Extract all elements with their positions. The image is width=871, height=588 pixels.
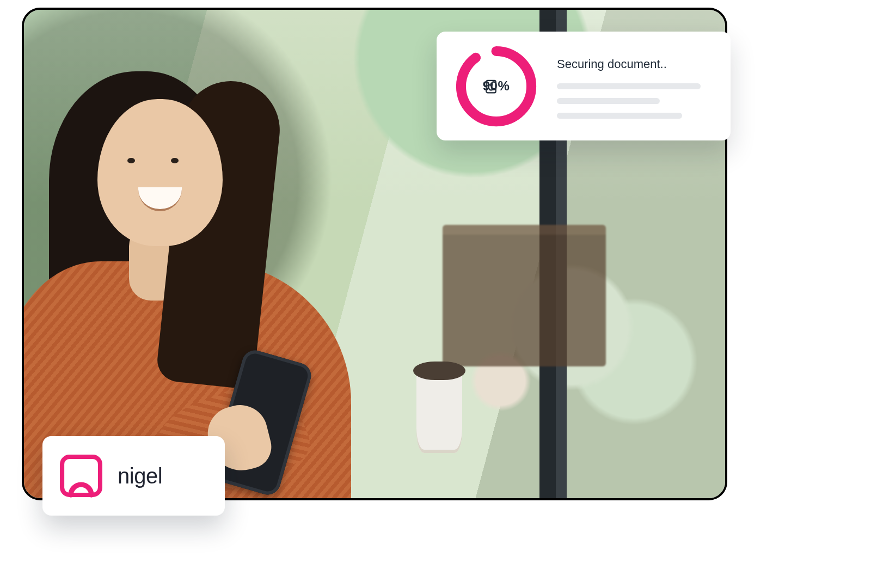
placeholder-line [557,113,682,119]
placeholder-line [557,98,660,104]
nigel-logo-icon [58,452,105,499]
person-with-phone [24,34,445,498]
brand-name: nigel [118,464,162,488]
document-inbox-icon [483,78,499,95]
plant-shelf [443,225,606,366]
progress-title: Securing document.. [557,57,713,71]
progress-ring: 90% [454,44,538,128]
svg-rect-2 [486,81,496,93]
brand-card: nigel [42,436,225,516]
progress-card: 90% Securing document.. [437,32,731,140]
hero-frame: 90% Securing document.. nigel [22,8,727,500]
placeholder-line [557,83,701,89]
svg-rect-3 [62,457,100,495]
